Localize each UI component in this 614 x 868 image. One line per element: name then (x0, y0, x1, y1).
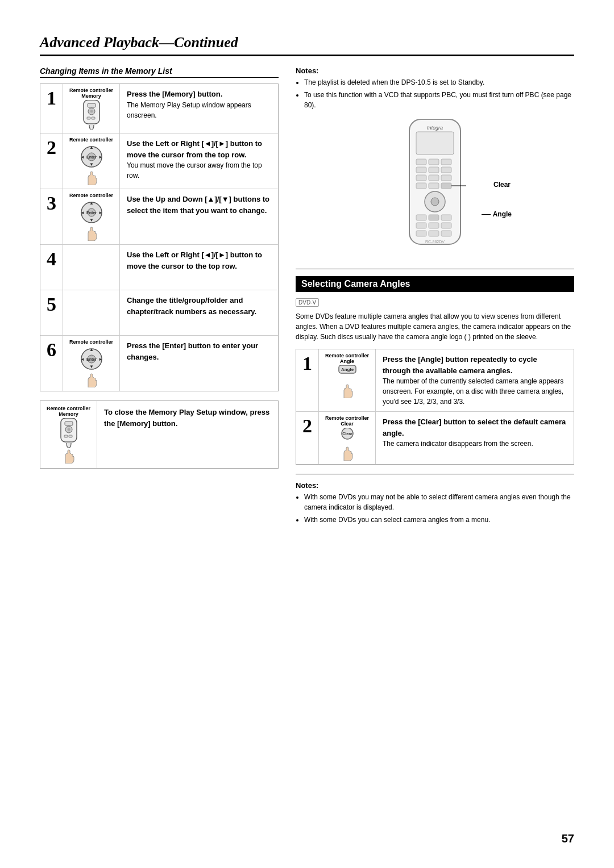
svg-rect-53 (416, 223, 426, 228)
changing-items-title: Changing Items in the Memory List (40, 66, 279, 78)
step-2-hand-icon (85, 169, 98, 185)
svg-rect-54 (429, 223, 439, 228)
step-4-controller (63, 245, 120, 290)
camera-step-2-controller: Remote controller Clear Clear (319, 412, 376, 464)
step-2-nav-icon: ▲ ▼ ◄ ► Enter (79, 144, 104, 169)
svg-rect-28 (65, 422, 73, 425)
step-3-number: 3 (40, 189, 63, 244)
svg-rect-41 (441, 167, 451, 173)
camera-step-1-sub-text: The number of the currently selected cam… (383, 376, 567, 407)
page-header: Advanced Playback—Continued (40, 34, 574, 56)
svg-rect-46 (429, 183, 439, 189)
two-column-layout: Changing Items in the Memory List 1 Remo… (40, 66, 574, 534)
svg-text:▼: ▼ (89, 218, 94, 223)
svg-text:►: ► (98, 155, 103, 160)
step-4-row: 4 Use the Left or Right [◄]/[►] button t… (40, 245, 278, 290)
camera-step-2-number: 2 (296, 412, 319, 464)
step-2-controller: Remote controller ▲ ▼ ◄ ► Enter (63, 133, 120, 189)
camera-step-2-text: Press the [Clear] button to select the d… (376, 412, 574, 464)
camera-step-2-label: Remote controller (325, 415, 369, 421)
svg-text:RC-862DV: RC-862DV (425, 240, 445, 244)
step-5-main: Change the title/group/folder and chapte… (127, 295, 271, 317)
bottom-note-box: Remote controller Memory (40, 400, 279, 469)
svg-text:Enter: Enter (86, 357, 97, 361)
svg-text:►: ► (98, 357, 103, 362)
camera-note-1: With some DVDs you may not be able to se… (304, 492, 574, 512)
svg-text:▲: ▲ (89, 145, 94, 150)
step-2-row: 2 Remote controller ▲ ▼ ◄ ► Enter (40, 133, 278, 189)
step-3-hand-icon (85, 225, 98, 241)
step-1-controller: Remote controller Memory (63, 84, 120, 133)
svg-text:Enter: Enter (86, 155, 97, 159)
angle-label-wrapper: Angle (482, 210, 512, 218)
step-2-sub: You must move the cursor away from the t… (127, 160, 271, 181)
step-6-row: 6 Remote controller ▲ ▼ ◄ ► Enter (40, 336, 278, 391)
svg-rect-42 (416, 175, 426, 181)
step-5-text: Change the title/group/folder and chapte… (120, 290, 278, 335)
left-column: Changing Items in the Memory List 1 Remo… (40, 66, 279, 534)
step-6-hand-icon (85, 372, 98, 387)
step-3-nav-icon: ▲ ▼ ◄ ► Enter (79, 200, 104, 225)
svg-rect-45 (416, 183, 426, 189)
dvd-badge: DVD-V (296, 298, 319, 307)
svg-rect-50 (416, 215, 426, 220)
remote-diagram-area: Integra (296, 119, 574, 257)
svg-rect-4 (87, 117, 90, 119)
svg-text:Integra: Integra (427, 125, 443, 131)
svg-text:►: ► (98, 210, 103, 215)
step-4-text: Use the Left or Right [◄]/[►] button to … (120, 245, 278, 290)
step-5-number: 5 (40, 290, 63, 335)
svg-rect-43 (429, 175, 439, 181)
camera-step-1-main: Press the [Angle] button repeatedly to c… (383, 354, 567, 376)
camera-bottom-divider (296, 474, 574, 474)
remote-diagram-wrapper: Integra (387, 119, 483, 257)
clear-label: Clear (493, 181, 511, 189)
svg-rect-39 (416, 167, 426, 173)
step-5-controller (63, 290, 120, 335)
svg-rect-47 (441, 183, 451, 189)
svg-rect-44 (441, 175, 451, 181)
svg-text:Clear: Clear (342, 432, 352, 436)
step-6-controller: Remote controller ▲ ▼ ◄ ► Enter (63, 336, 120, 391)
svg-text:▲: ▲ (89, 201, 94, 206)
step-2-number: 2 (40, 133, 63, 189)
svg-rect-40 (429, 167, 439, 173)
camera-notes-title: Notes: (296, 481, 574, 490)
camera-section-title: Selecting Camera Angles (296, 276, 574, 292)
svg-rect-1 (88, 103, 96, 107)
step-3-row: 3 Remote controller ▲ ▼ ◄ ► Enter (40, 189, 278, 245)
step-6-number: 6 (40, 336, 63, 391)
svg-rect-56 (416, 231, 426, 236)
bottom-main-text: To close the Memory Play Setup window, p… (104, 408, 269, 428)
camera-step-1-label: Remote controller (325, 353, 369, 358)
svg-point-30 (67, 428, 70, 431)
svg-rect-37 (429, 159, 439, 165)
full-remote-svg: Integra (387, 119, 483, 256)
title-main: Advanced Playback (40, 34, 159, 51)
svg-rect-52 (441, 215, 451, 220)
step-3-main: Use the Up and Down [▲]/[▼] buttons to s… (127, 194, 271, 216)
svg-point-49 (431, 198, 439, 206)
bottom-controller-label: Remote controller (47, 406, 90, 411)
camera-step-2-main: Press the [Clear] button to select the d… (383, 416, 567, 439)
page-title: Advanced Playback—Continued (40, 34, 574, 51)
step-4-main: Use the Left or Right [◄]/[►] button to … (127, 249, 271, 272)
svg-rect-51 (429, 215, 439, 220)
bottom-note-text: To close the Memory Play Setup window, p… (97, 401, 278, 468)
angle-label: Angle (493, 210, 512, 218)
note-1: The playlist is deleted when the DPS-10.… (304, 77, 574, 87)
notes-section: Notes: The playlist is deleted when the … (296, 66, 574, 110)
step-1-row: 1 Remote controller Memory (40, 84, 278, 133)
step-2-main: Use the Left or Right [◄]/[►] button to … (127, 138, 271, 160)
svg-rect-31 (64, 435, 68, 437)
step-2-text: Use the Left or Right [◄]/[►] button to … (120, 133, 278, 189)
camera-step-1-row: 1 Remote controller Angle Angle Pre (296, 349, 574, 412)
svg-text:▼: ▼ (89, 162, 94, 167)
camera-step-1-sub: Angle (340, 358, 354, 364)
camera-note-2: With some DVDs you can select camera ang… (304, 515, 574, 525)
note-2: To use this function with a VCD that sup… (304, 90, 574, 110)
camera-intro: Some DVDs feature multiple camera angles… (296, 311, 574, 342)
camera-step-2-clear-icon: Clear (337, 428, 358, 445)
step-6-text: Press the [Enter] button to enter your c… (120, 336, 278, 391)
svg-rect-32 (69, 435, 72, 437)
